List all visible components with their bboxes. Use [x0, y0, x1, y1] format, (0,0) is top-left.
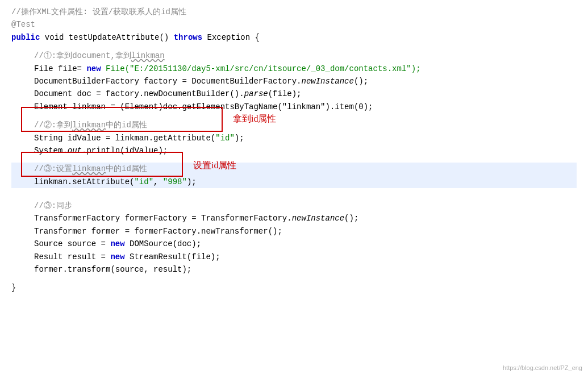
sysout-text: System. [34, 144, 68, 157]
get-attr-text: String idValue = linkman.getAttribute( [34, 132, 215, 144]
parse-method: parse [244, 88, 268, 100]
file-text: File file= [34, 63, 86, 75]
result-line: Result result = new StreamResult(file); [11, 251, 577, 263]
transform-line: former.transform(source, result); [11, 263, 577, 276]
step2-comment: //②:拿到linkman中的id属性 [34, 119, 147, 131]
element-text: Element linkman = (Element)doc.getElemen… [34, 101, 373, 113]
step4-comment: //③:同步 [34, 200, 72, 212]
step4-comment-line: //③:同步 [11, 200, 577, 212]
step1-comment-line: //①:拿到document,拿到linkman [11, 49, 577, 62]
file-path: File("E:/20151130/day5-xml/src/cn/itsour… [101, 63, 421, 75]
tf-line: TransformerFactory formerFactory = Trans… [11, 212, 577, 225]
step3-comment-line: //③:设置linkman中的id属性 [11, 163, 577, 175]
keyword-new-3: new [110, 251, 124, 263]
set-attr-end: ); [187, 176, 197, 188]
file-line: File file= new File("E:/20151130/day5-xm… [11, 63, 577, 75]
step1-underline: linkman [131, 51, 165, 60]
source-end: DOMSource(doc); [125, 238, 201, 250]
doc-end: (file); [268, 88, 302, 100]
tf-text: TransformerFactory formerFactory = Trans… [34, 212, 292, 225]
set-attr-text: linkman.setAttribute( [34, 176, 134, 188]
result-end: StreamResult(file); [125, 251, 220, 263]
label-get-id: 拿到id属性 [233, 111, 276, 126]
id-string-2: "id" [134, 176, 153, 188]
get-attr-line: String idValue = linkman.getAttribute("i… [11, 132, 577, 144]
transform-text: former.transform(source, result); [34, 263, 191, 276]
sysout-line: System.out.println(idValue); [11, 144, 577, 157]
out-method: out [68, 144, 82, 157]
set-attr-line: linkman.setAttribute("id", "998"); [11, 176, 577, 188]
tf-end: (); [344, 212, 358, 225]
keyword-throws: throws [169, 31, 207, 44]
watermark: https://blog.csdn.net/PZ_eng [503, 363, 582, 373]
doc-line: Document doc = factory.newDocumentBuilde… [11, 88, 577, 100]
tf-newinstance: newInstance [292, 212, 344, 225]
dbf-end: (); [354, 75, 368, 88]
step3-underline: linkman [72, 164, 106, 173]
transformer-line: Transformer former = formerFactory.newTr… [11, 225, 577, 238]
label-set-id: 设置id属性 [193, 158, 236, 173]
comment-header-line: //操作XML文件属性: 设置/获取联系人的id属性 [11, 6, 577, 18]
newinstance-method: newInstance [301, 75, 353, 88]
sysout-end: .println(idValue); [82, 144, 168, 157]
source-text: Source source = [34, 238, 110, 250]
method-signature-line: public void testUpdateAttribute() throws… [11, 31, 577, 44]
step2-comment-line: //②:拿到linkman中的id属性 [11, 119, 577, 131]
element-line: Element linkman = (Element)doc.getElemen… [11, 101, 577, 113]
step2-underline: linkman [72, 121, 106, 130]
closing-brace-line: } [11, 281, 577, 294]
dbf-text: DocumentBuilderFactory factory = Documen… [34, 75, 301, 88]
step3-comment: //③:设置linkman中的id属性 [34, 163, 147, 175]
result-text: Result result = [34, 251, 110, 263]
annotation: @Test [11, 18, 35, 31]
annotation-line: @Test [11, 18, 577, 31]
exception-text: Exception { [207, 31, 260, 44]
code-container: //操作XML文件属性: 设置/获取联系人的id属性 @Test public … [0, 0, 588, 378]
dbf-line: DocumentBuilderFactory factory = Documen… [11, 75, 577, 88]
set-attr-comma: , [153, 176, 163, 188]
get-attr-end: ); [235, 132, 244, 144]
comment-header: //操作XML文件属性: 设置/获取联系人的id属性 [11, 6, 186, 18]
source-line: Source source = new DOMSource(doc); [11, 238, 577, 250]
keyword-new-2: new [110, 238, 124, 250]
void-text: void [40, 31, 68, 44]
keyword-public: public [11, 31, 40, 44]
step1-comment: //①:拿到document,拿到linkman [34, 49, 165, 62]
closing-brace: } [11, 281, 16, 294]
method-name: testUpdateAttribute() [69, 31, 169, 44]
doc-text: Document doc = factory.newDocumentBuilde… [34, 88, 244, 100]
keyword-new-1: new [86, 63, 101, 75]
transformer-text: Transformer former = formerFactory.newTr… [34, 225, 282, 238]
value-998: "998" [163, 176, 187, 188]
id-string-1: "id" [215, 132, 235, 144]
